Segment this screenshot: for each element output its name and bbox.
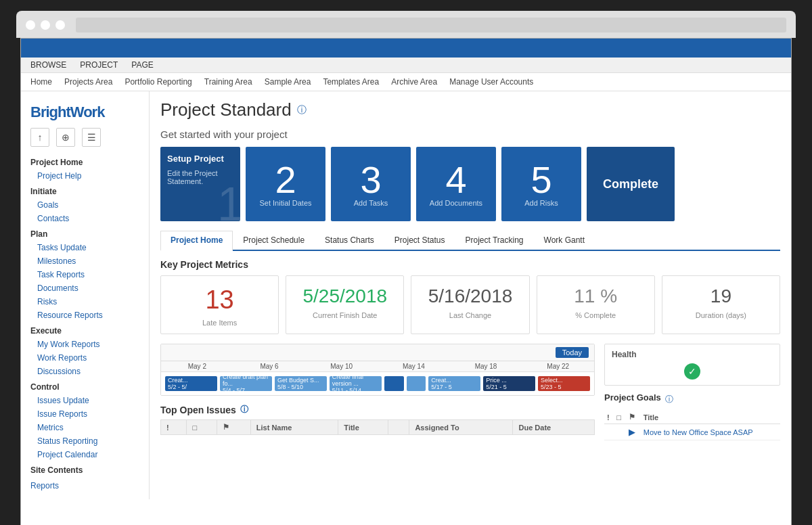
issues-section: Top Open Issues ⓘ ! □ ⚑ List Name [160,404,595,435]
gantt-bar-2-sub: 5/4 - 5/7 [223,387,269,394]
metric-label-change: Last Change [449,311,491,319]
nav-templates-area[interactable]: Templates Area [323,77,379,87]
ribbon-page[interactable]: PAGE [131,60,153,70]
sidebar-item-task-reports[interactable]: Task Reports [21,268,149,281]
issues-col-listname: List Name [250,420,338,435]
gantt-bar-7-sub: 5/17 - 5 [431,384,478,390]
metric-label-pct: % Complete [575,311,616,319]
sidebar-item-metrics[interactable]: Metrics [21,421,149,434]
step-tile-1[interactable]: Setup Project Edit the Project Statement… [160,147,240,221]
sidebar-item-contacts[interactable]: Contacts [21,212,149,225]
sidebar-item-goals[interactable]: Goals [21,198,149,212]
metric-card-duration: 19 Duration (days) [662,275,780,334]
gantt-bar-8[interactable]: Price ... 5/21 - 5 [483,376,535,391]
sidebar-item-project-calendar[interactable]: Project Calendar [21,448,149,461]
issues-info-icon[interactable]: ⓘ [240,404,248,415]
sidebar-item-project-help[interactable]: Project Help [21,169,149,183]
goals-row-1-arrow-icon[interactable]: ▶ [629,427,635,437]
sidebar-item-discussions[interactable]: Discussions [21,365,149,378]
gantt-bar-9[interactable]: Select... 5/23 - 5 [538,376,590,391]
step-tile-5[interactable]: 5 Add Risks [501,147,581,221]
nav-bar: Home Projects Area Portfolio Reporting T… [21,73,791,91]
upload-icon-btn[interactable]: ↑ [30,128,49,147]
sidebar-reports-label[interactable]: Reports [21,477,149,493]
project-goals-section: Project Goals ⓘ ! □ ⚑ Title [604,392,780,440]
page-title-info-icon[interactable]: ⓘ [297,104,307,116]
sidebar-section-site-contents[interactable]: Site Contents [21,461,149,477]
tab-project-schedule[interactable]: Project Schedule [233,231,315,250]
steps-row: Setup Project Edit the Project Statement… [160,147,780,221]
sidebar-item-issues-update[interactable]: Issues Update [21,394,149,407]
step5-num: 5 [531,161,551,199]
sidebar-item-risks[interactable]: Risks [21,295,149,309]
issues-col-title: Title [338,420,388,435]
gantt-bar-3[interactable]: Get Budget S... 5/8 - 5/10 [275,376,327,391]
issues-col-check: □ [187,420,217,435]
gantt-bar-6[interactable] [407,376,426,391]
browser-dot-1 [26,20,35,30]
metric-value-pct: 11 % [574,286,617,307]
goals-row-1-title[interactable]: Move to New Office Space ASAP [641,424,780,440]
nav-portfolio-reporting[interactable]: Portfolio Reporting [125,77,191,87]
today-button[interactable]: Today [556,347,589,358]
sidebar-item-resource-reports[interactable]: Resource Reports [21,309,149,322]
nav-projects-area[interactable]: Projects Area [64,77,112,87]
tab-project-tracking[interactable]: Project Tracking [455,231,534,250]
gantt-bar-9-sub: 5/23 - 5 [541,384,587,390]
issues-col-assignedto: Assigned To [409,420,513,435]
step4-num: 4 [445,161,466,199]
metrics-title: Key Project Metrics [160,259,780,270]
tab-status-charts[interactable]: Status Charts [315,231,384,250]
step-tile-2[interactable]: 2 Set Initial Dates [246,147,325,221]
step1-title: Setup Project [167,154,224,164]
sidebar-item-my-work-reports[interactable]: My Work Reports [21,338,149,351]
gantt-bar-1-label: Creat... [168,377,215,384]
nav-training-area[interactable]: Training Area [204,77,252,87]
move-icon-btn[interactable]: ⊕ [56,128,75,147]
metric-card-last-change: 5/16/2018 Last Change [411,275,529,334]
tab-project-home[interactable]: Project Home [160,231,233,251]
gantt-bar-7[interactable]: Creat... 5/17 - 5 [428,376,480,391]
sidebar-item-status-reporting[interactable]: Status Reporting [21,434,149,448]
goals-col-flag: ⚑ [626,411,641,424]
complete-label: Complete [603,177,658,191]
gantt-bar-1[interactable]: Creat... 5/2 - 5/ [165,376,217,391]
gantt-bar-5[interactable] [384,376,404,391]
tab-project-status[interactable]: Project Status [384,231,455,250]
nav-sample-area[interactable]: Sample Area [265,77,311,87]
sidebar-item-milestones[interactable]: Milestones [21,254,149,268]
browser-dot-2 [41,20,50,30]
sidebar-item-issue-reports[interactable]: Issue Reports [21,407,149,421]
ribbon-project[interactable]: PROJECT [80,60,118,70]
sidebar-item-work-reports[interactable]: Work Reports [21,351,149,365]
tab-work-gantt[interactable]: Work Gantt [534,231,595,250]
sidebar-item-tasks-update[interactable]: Tasks Update [21,241,149,254]
menu-icon-btn[interactable]: ☰ [82,128,101,147]
metric-value-late: 13 [205,286,233,315]
ribbon-browse[interactable]: BROWSE [30,60,66,70]
gantt-bar-4[interactable]: Create final version ... 5/11 - 5/14 [330,376,382,391]
get-started-label: Get started with your project [160,129,780,140]
page-title: Project Standard [160,99,292,120]
sidebar-section-project-home[interactable]: Project Home [21,154,149,169]
gantt-section: Today May 2 May 6 May 10 May 14 May 18 M… [160,344,595,396]
step1-num-overlay: 1 [217,181,240,221]
sidebar-section-plan: Plan [21,225,149,241]
metric-label-late: Late Items [202,319,237,327]
issues-col-exclaim: ! [161,420,187,435]
nav-archive-area[interactable]: Archive Area [391,77,437,87]
goals-row-1-link[interactable]: Move to New Office Space ASAP [644,428,753,436]
step-tile-4[interactable]: 4 Add Documents [416,147,496,221]
metrics-row: 13 Late Items 5/25/2018 Current Finish D… [160,275,780,334]
complete-tile[interactable]: Complete [587,147,675,221]
project-goals-info-icon[interactable]: ⓘ [665,394,673,405]
gantt-bar-7-label: Creat... [431,377,478,384]
health-label: Health [612,350,773,359]
goals-table: ! □ ⚑ Title [604,411,780,440]
gantt-bar-9-label: Select... [541,377,587,384]
sidebar-item-documents[interactable]: Documents [21,281,149,295]
gantt-bar-2[interactable]: Create draft plan fo... 5/4 - 5/7 [220,376,272,391]
nav-manage-users[interactable]: Manage User Accounts [449,77,533,87]
step-tile-3[interactable]: 3 Add Tasks [331,147,411,221]
nav-home[interactable]: Home [30,77,52,87]
